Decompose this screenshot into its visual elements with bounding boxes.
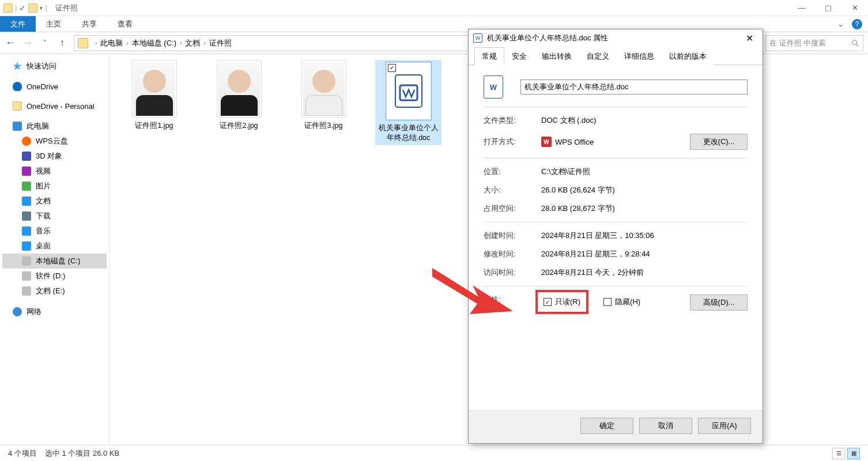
qat-sep: | <box>15 3 17 12</box>
readonly-checkbox[interactable]: ✓ 只读(R) <box>544 297 580 307</box>
tab-view[interactable]: 查看 <box>107 16 143 32</box>
sidebar-thispc[interactable]: 此电脑 <box>2 119 107 134</box>
checkbox-icon <box>603 298 612 306</box>
recent-dropdown[interactable]: ˅ <box>39 39 51 47</box>
sidebar-desktop[interactable]: 桌面 <box>2 239 107 254</box>
file-label: 证件照3.jpg <box>290 121 357 131</box>
file-type-icon: W <box>484 75 503 99</box>
label-created: 创建时间: <box>484 231 541 241</box>
forward-button[interactable]: → <box>22 37 33 49</box>
search-placeholder: 在 证件照 中搜索 <box>769 38 826 48</box>
label-file-type: 文件类型: <box>484 115 541 126</box>
file-label: 证件照1.jpg <box>121 121 187 131</box>
tab-custom[interactable]: 自定义 <box>579 47 617 65</box>
sidebar-disk-e[interactable]: 文档 (E:) <box>2 284 107 298</box>
advanced-button[interactable]: 高级(D)... <box>690 294 748 311</box>
tab-home[interactable]: 主页 <box>36 16 71 32</box>
back-button[interactable]: ← <box>5 37 16 49</box>
view-details-button[interactable]: ☰ <box>832 448 845 459</box>
doc-icon: W <box>473 33 482 43</box>
sidebar-3d[interactable]: 3D 对象 <box>2 149 107 164</box>
quick-access-toolbar: | ✓ ▾ | <box>0 3 51 13</box>
statusbar: 4 个项目 选中 1 个项目 26.0 KB ☰ ▦ <box>0 445 868 461</box>
dialog-close-button[interactable]: ✕ <box>741 33 758 44</box>
dialog-titlebar[interactable]: W 机关事业单位个人年终总结.doc 属性 ✕ <box>469 29 763 47</box>
help-icon[interactable]: ? <box>852 19 862 29</box>
label-open-with: 打开方式: <box>484 137 541 147</box>
wps-icon: W <box>541 137 552 147</box>
status-count: 4 个项目 <box>8 448 37 459</box>
tab-details[interactable]: 详细信息 <box>617 47 662 65</box>
qat-sep-2: | <box>45 3 47 12</box>
value-file-type: DOC 文档 (.doc) <box>541 115 748 126</box>
checkbox-icon[interactable]: ✓ <box>388 64 396 72</box>
file-tab[interactable]: 文件 <box>0 16 36 32</box>
sidebar-wps[interactable]: WPS云盘 <box>2 134 107 149</box>
value-accessed: 2024年8月21日 今天，2分钟前 <box>541 267 748 278</box>
sidebar-onedrive-personal[interactable]: OneDrive - Personal <box>2 99 107 113</box>
filename-input[interactable] <box>520 80 748 95</box>
view-icons-button[interactable]: ▦ <box>847 448 860 459</box>
tab-versions[interactable]: 以前的版本 <box>662 47 714 65</box>
label-size-on-disk: 占用空间: <box>484 203 541 214</box>
sidebar-onedrive[interactable]: OneDrive <box>2 80 107 93</box>
check-icon[interactable]: ✓ <box>19 3 26 13</box>
file-label: 证件照2.jpg <box>206 121 272 131</box>
sidebar-quick-access[interactable]: 快速访问 <box>2 59 107 74</box>
cancel-button[interactable]: 取消 <box>639 418 692 434</box>
label-modified: 修改时间: <box>484 249 541 259</box>
status-selected: 选中 1 个项目 26.0 KB <box>45 448 119 459</box>
crumb-folder[interactable]: 证件照 <box>209 38 232 48</box>
dialog-body: W 文件类型: DOC 文档 (.doc) 打开方式: W WPS Office… <box>469 65 763 410</box>
properties-dialog: W 机关事业单位个人年终总结.doc 属性 ✕ 常规 安全 输出转换 自定义 详… <box>468 29 763 444</box>
qat-dropdown[interactable]: ▾ <box>40 5 43 11</box>
ok-button[interactable]: 确定 <box>580 418 633 434</box>
sidebar-documents[interactable]: 文档 <box>2 194 107 209</box>
value-size: 26.0 KB (26,624 字节) <box>541 185 748 195</box>
sidebar-network[interactable]: 网络 <box>2 304 107 319</box>
value-size-on-disk: 28.0 KB (28,672 字节) <box>541 203 748 214</box>
crumb-pc[interactable]: 此电脑 <box>100 38 123 48</box>
file-item[interactable]: 证件照2.jpg <box>206 60 272 131</box>
sidebar-pictures[interactable]: 图片 <box>2 179 107 194</box>
checkbox-icon: ✓ <box>544 298 552 306</box>
tab-share[interactable]: 共享 <box>71 16 107 32</box>
maximize-button[interactable]: ▢ <box>815 0 841 16</box>
apply-button[interactable]: 应用(A) <box>698 418 751 434</box>
file-item[interactable]: 证件照1.jpg <box>121 60 187 131</box>
value-location: C:\文档\证件照 <box>541 167 748 177</box>
readonly-highlight: ✓ 只读(R) <box>535 290 588 314</box>
tab-output[interactable]: 输出转换 <box>534 47 579 65</box>
file-item[interactable]: 证件照3.jpg <box>290 60 357 131</box>
view-switcher: ☰ ▦ <box>832 448 860 459</box>
dialog-footer: 确定 取消 应用(A) <box>469 410 763 443</box>
ribbon-expand[interactable]: ⌄ <box>832 16 850 32</box>
file-item-selected[interactable]: ✓ 机关事业单位个人年终总结.doc <box>375 60 441 145</box>
search-input[interactable]: 在 证件照 中搜索 <box>765 35 863 51</box>
dialog-title-text: 机关事业单位个人年终总结.doc 属性 <box>487 33 608 43</box>
crumb-docs[interactable]: 文档 <box>185 38 200 48</box>
up-button[interactable]: ↑ <box>56 37 68 49</box>
value-open-with: W WPS Office <box>541 137 690 147</box>
sidebar-music[interactable]: 音乐 <box>2 224 107 239</box>
close-button[interactable]: ✕ <box>841 0 868 16</box>
folder-icon-2[interactable] <box>28 3 37 13</box>
dialog-tabs: 常规 安全 输出转换 自定义 详细信息 以前的版本 <box>469 47 763 65</box>
doc-icon <box>394 74 423 108</box>
file-label: 机关事业单位个人年终总结.doc <box>375 123 441 143</box>
folder-icon <box>78 38 88 48</box>
tab-security[interactable]: 安全 <box>504 47 534 65</box>
sidebar-downloads[interactable]: 下载 <box>2 209 107 224</box>
titlebar: | ✓ ▾ | 证件照 — ▢ ✕ <box>0 0 868 16</box>
minimize-button[interactable]: — <box>788 0 815 16</box>
tab-general[interactable]: 常规 <box>474 47 504 65</box>
change-button[interactable]: 更改(C)... <box>690 134 748 150</box>
sidebar-disk-c[interactable]: 本地磁盘 (C:) <box>2 254 107 269</box>
value-modified: 2024年8月21日 星期三，9:28:44 <box>541 249 748 259</box>
label-size: 大小: <box>484 185 541 195</box>
svg-point-0 <box>852 40 857 44</box>
crumb-disk[interactable]: 本地磁盘 (C:) <box>132 38 176 48</box>
sidebar-video[interactable]: 视频 <box>2 164 107 179</box>
sidebar-disk-d[interactable]: 软件 (D:) <box>2 269 107 284</box>
hidden-checkbox[interactable]: 隐藏(H) <box>603 297 640 307</box>
